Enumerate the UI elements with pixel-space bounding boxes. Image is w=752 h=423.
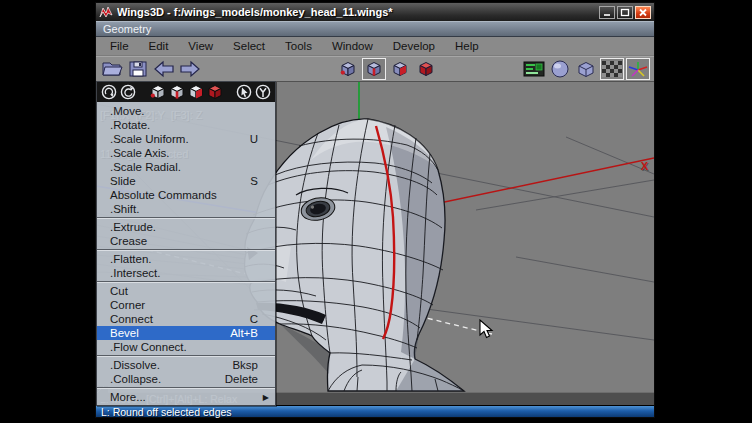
toolbar: [96, 56, 654, 82]
select-tool-icon[interactable]: [236, 84, 252, 101]
close-button[interactable]: [635, 6, 651, 19]
menu-item-move[interactable]: .Move.: [97, 104, 275, 118]
edge-mode-icon[interactable]: [169, 84, 185, 101]
menu-item-scale-radial[interactable]: .Scale Radial.: [97, 160, 275, 174]
close-icon: [638, 8, 648, 17]
maximize-button[interactable]: [617, 6, 633, 19]
menu-item-scale-axis[interactable]: .Scale Axis.: [97, 146, 275, 160]
menu-item-label: .Dissolve.: [110, 359, 160, 371]
menu-item-flow-connect[interactable]: .Flow Connect.: [97, 340, 275, 354]
maximize-icon: [620, 8, 630, 17]
menu-item-label: .Flow Connect.: [110, 341, 187, 353]
view-tool-group: [522, 58, 650, 80]
menu-item-dissolve[interactable]: .Dissolve.Bksp: [97, 358, 275, 372]
menu-item-shortcut: Bksp: [232, 359, 275, 371]
mouse-cursor: [479, 319, 494, 339]
menu-item-label: Bevel: [110, 327, 139, 339]
save-icon[interactable]: [126, 58, 150, 80]
wireframe-view-icon[interactable]: [574, 58, 598, 80]
minimize-button[interactable]: [599, 6, 615, 19]
menu-item-corner[interactable]: Corner: [97, 298, 275, 312]
menu-item-label: .Extrude.: [110, 221, 156, 233]
context-menu-items: .Move..Rotate..Scale Uniform.U.Scale Axi…: [97, 102, 275, 406]
menu-item-shortcut: Delete: [225, 373, 275, 385]
menu-item-cut[interactable]: Cut: [97, 284, 275, 298]
menu-item-label: Absolute Commands: [110, 189, 217, 201]
menu-item-label: .Collapse.: [110, 373, 161, 385]
desktop: Wings3D - f:/wings_models/monkey_head_11…: [0, 0, 752, 423]
status-bar: L: Round off selected edges: [96, 405, 654, 417]
wings3d-window: Wings3D - f:/wings_models/monkey_head_11…: [95, 2, 655, 418]
submenu-arrow-icon: ▶: [263, 393, 275, 402]
menubar: FileEditViewSelectToolsWindowDevelopHelp: [96, 37, 654, 56]
menu-tools[interactable]: Tools: [275, 40, 322, 52]
menu-item-connect[interactable]: ConnectC: [97, 312, 275, 326]
menu-separator: [97, 217, 275, 219]
body-mode-icon[interactable]: [207, 84, 223, 101]
tweak-tool-icon[interactable]: [255, 84, 271, 101]
menu-item-scale-uniform[interactable]: .Scale Uniform.U: [97, 132, 275, 146]
edge-context-menu: .Move..Rotate..Scale Uniform.U.Scale Axi…: [96, 81, 276, 406]
menu-item-collapse[interactable]: .Collapse.Delete: [97, 372, 275, 386]
repeat-icon[interactable]: [101, 84, 117, 101]
menu-item-label: .Flatten.: [110, 253, 152, 265]
menu-item-label: .Scale Uniform.: [110, 133, 189, 145]
menu-item-absolute-commands[interactable]: Absolute Commands: [97, 188, 275, 202]
menu-select[interactable]: Select: [223, 40, 275, 52]
open-file-icon[interactable]: [100, 58, 124, 80]
monkey-head-model[interactable]: [244, 119, 464, 391]
menu-file[interactable]: File: [100, 40, 139, 52]
menu-develop[interactable]: Develop: [383, 40, 445, 52]
menu-help[interactable]: Help: [445, 40, 489, 52]
menu-item-label: Slide: [110, 175, 136, 187]
menu-separator: [97, 355, 275, 357]
menu-item-extrude[interactable]: .Extrude.: [97, 220, 275, 234]
menu-item-shortcut: Alt+B: [230, 327, 275, 339]
menu-item-label: More...: [110, 391, 146, 403]
menu-item-more[interactable]: More...▶: [97, 390, 275, 404]
ground-plane-toggle-icon[interactable]: [600, 58, 624, 80]
window-controls: [599, 6, 651, 19]
menu-item-label: Crease: [110, 235, 147, 247]
undo-icon[interactable]: [152, 58, 176, 80]
menu-item-shortcut: U: [250, 133, 275, 145]
menu-view[interactable]: View: [178, 40, 223, 52]
menu-item-shift[interactable]: .Shift.: [97, 202, 275, 216]
repeat-args-icon[interactable]: [120, 84, 136, 101]
menu-item-label: Corner: [110, 299, 145, 311]
titlebar[interactable]: Wings3D - f:/wings_models/monkey_head_11…: [96, 3, 654, 21]
redo-icon[interactable]: [178, 58, 202, 80]
menu-item-slide[interactable]: SlideS: [97, 174, 275, 188]
menu-separator: [97, 249, 275, 251]
menu-item-rotate[interactable]: .Rotate.: [97, 118, 275, 132]
selection-mode-group: [336, 58, 438, 80]
status-text: L: Round off selected edges: [101, 406, 232, 418]
menu-item-shortcut: S: [250, 175, 275, 187]
menu-item-label: .Move.: [110, 105, 145, 117]
smooth-preview-icon[interactable]: [548, 58, 572, 80]
menu-item-crease[interactable]: Crease: [97, 234, 275, 248]
face-mode-icon[interactable]: [188, 84, 204, 101]
menu-separator: [97, 281, 275, 283]
menu-item-label: .Intersect.: [110, 267, 161, 279]
minimize-icon: [602, 8, 612, 17]
vertex-select-mode-icon[interactable]: [336, 58, 360, 80]
window-title: Wings3D - f:/wings_models/monkey_head_11…: [117, 6, 595, 18]
geometry-label: Geometry: [103, 23, 151, 35]
menu-item-label: Connect: [110, 313, 153, 325]
menu-edit[interactable]: Edit: [139, 40, 179, 52]
geometry-bar[interactable]: Geometry: [96, 21, 654, 37]
body-select-mode-icon[interactable]: [414, 58, 438, 80]
vertex-mode-icon[interactable]: [150, 84, 166, 101]
face-select-mode-icon[interactable]: [388, 58, 412, 80]
menu-window[interactable]: Window: [322, 40, 383, 52]
preferences-icon[interactable]: [522, 58, 546, 80]
menu-item-flatten[interactable]: .Flatten.: [97, 252, 275, 266]
menu-item-bevel[interactable]: BevelAlt+B: [97, 326, 275, 340]
axes-toggle-icon[interactable]: [626, 58, 650, 80]
edge-select-mode-icon[interactable]: [362, 58, 386, 80]
menu-item-label: .Shift.: [110, 203, 139, 215]
menu-item-label: .Rotate.: [110, 119, 150, 131]
menu-separator: [97, 387, 275, 389]
menu-item-intersect[interactable]: .Intersect.: [97, 266, 275, 280]
